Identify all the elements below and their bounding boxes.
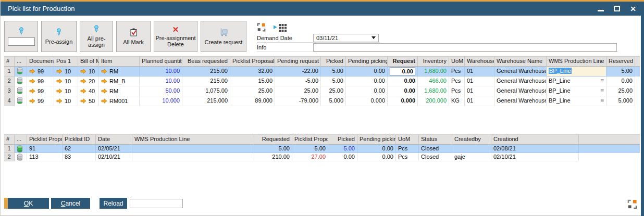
cell-proposal[interactable]: 15.00	[230, 77, 275, 86]
cell-icon[interactable]	[15, 67, 27, 77]
cell-planned[interactable]: 10.000	[140, 96, 182, 106]
cell-requested[interactable]: 210.00	[254, 153, 292, 161]
col-header-requested[interactable]: Requested	[254, 134, 292, 145]
cell-picked[interactable]: 5.00	[328, 145, 357, 153]
cell-reserved[interactable]: 0.00	[606, 77, 635, 86]
cell-beas[interactable]: 215.00	[182, 77, 230, 86]
cell-uom[interactable]: Pcs	[396, 153, 419, 161]
cell-wms[interactable]	[132, 145, 254, 153]
link-arrow-icon[interactable]	[80, 69, 86, 74]
cell-bill[interactable]: 50	[78, 96, 99, 106]
link-arrow-icon[interactable]	[101, 98, 107, 104]
col-header-wms[interactable]: WMS Production Line	[132, 134, 254, 145]
cell-proposal[interactable]: 27.00	[292, 153, 328, 161]
demand-date-select[interactable]: 03/11/21	[313, 34, 379, 42]
link-arrow-icon[interactable]	[29, 79, 35, 84]
cell-bill[interactable]: 40	[78, 86, 99, 96]
cell-wms[interactable]: BP_Line	[547, 67, 606, 77]
pin-quantity-input[interactable]	[8, 37, 35, 46]
cell-proposal-no[interactable]: 91	[27, 145, 63, 153]
col-header-status[interactable]: Status	[419, 134, 452, 145]
cell-wms[interactable]: BP_Line≡	[547, 96, 606, 106]
preassign-button[interactable]: Pre-assign	[41, 21, 77, 52]
cell-pending-request[interactable]: -79.000	[275, 96, 321, 106]
row-number[interactable]: 1	[4, 145, 15, 153]
minimize-button[interactable]	[597, 5, 604, 12]
cell-document[interactable]: 99	[27, 67, 54, 77]
all-mark-button[interactable]: All Mark	[116, 21, 151, 52]
cell-pos[interactable]: 10	[54, 96, 78, 106]
cell-warehouse-name[interactable]: General Warehouse	[494, 67, 547, 77]
cell-request[interactable]: 0.000	[388, 96, 418, 106]
cell-proposal-no[interactable]: 113	[27, 153, 63, 161]
cell-beas[interactable]: 215.000	[182, 96, 230, 106]
link-arrow-icon[interactable]	[80, 88, 86, 94]
col-header-planned[interactable]: Planned quantity	[140, 56, 182, 67]
cell-date[interactable]: 02/10/21	[96, 153, 132, 161]
row-number[interactable]: 2	[4, 153, 15, 161]
cell-inventory[interactable]: 1,680.00	[418, 67, 449, 77]
cell-uom[interactable]: Pcs	[449, 86, 465, 96]
col-header-pending-picking[interactable]: Pending picking	[346, 56, 388, 67]
cell-item[interactable]: RM	[99, 67, 140, 77]
col-header-picked[interactable]: Picked	[328, 134, 357, 145]
col-header-date[interactable]: Date	[96, 134, 132, 145]
cell-uom[interactable]: Pcs	[396, 145, 419, 153]
col-header-icon[interactable]: ...	[15, 56, 27, 67]
link-arrow-icon[interactable]	[101, 69, 107, 74]
col-header-item[interactable]: Item	[99, 56, 140, 67]
cell-picked[interactable]: 5.00	[321, 67, 346, 77]
cell-createdby[interactable]: gaje	[452, 153, 491, 161]
cell-uom[interactable]: Pcs	[449, 67, 465, 77]
cell-requested[interactable]: 5.00	[254, 145, 292, 153]
col-header-reserved[interactable]: Reserved	[606, 56, 635, 67]
cell-document[interactable]: 99	[27, 86, 54, 96]
cell-reserved[interactable]: 25.00	[606, 86, 635, 96]
link-arrow-icon[interactable]	[29, 88, 35, 94]
cell-creation[interactable]: 02/10/21	[491, 153, 579, 161]
row-number[interactable]: 3	[4, 86, 15, 96]
cell-reserved[interactable]: 5.000	[606, 96, 635, 106]
col-header-beas[interactable]: Beas requested	[182, 56, 230, 67]
cell-uom[interactable]: Pcs	[449, 77, 465, 86]
cell-inventory[interactable]: 466.00	[418, 77, 449, 86]
cell-wms[interactable]	[132, 153, 254, 161]
preassignment-delete-button[interactable]: ✕ Pre-assignment Delete	[154, 21, 197, 52]
link-arrow-icon[interactable]	[56, 69, 63, 74]
link-arrow-icon[interactable]	[80, 98, 86, 104]
cell-wms[interactable]: BP_Line≡	[547, 77, 606, 86]
info-input[interactable]	[313, 43, 617, 52]
col-header-createdby[interactable]: Createdby	[452, 134, 491, 145]
col-header-creation[interactable]: Creationd	[491, 134, 579, 145]
pin-quantity-button[interactable]	[4, 21, 38, 52]
col-header-icon[interactable]: ...	[15, 134, 27, 145]
cell-icon[interactable]	[15, 145, 27, 153]
maximize-button[interactable]	[613, 5, 621, 12]
link-arrow-icon[interactable]	[56, 88, 63, 94]
cell-pending-request[interactable]: -5.00	[275, 77, 321, 86]
col-header-wms[interactable]: WMS Production Line	[547, 56, 606, 67]
col-header-warehouse-name[interactable]: Warehouse Name	[494, 56, 547, 67]
cell-item[interactable]: RM_B	[99, 77, 140, 86]
wms-menu-icon[interactable]: ≡	[600, 77, 604, 85]
resize-toggle-icon[interactable]	[257, 23, 266, 34]
col-header-request[interactable]: Request	[388, 56, 418, 67]
transfer-to-grid-icon[interactable]	[270, 23, 287, 34]
link-arrow-icon[interactable]	[56, 98, 63, 104]
cell-picked[interactable]: 25.00	[321, 86, 346, 96]
footer-input[interactable]	[130, 199, 183, 208]
row-number[interactable]: 2	[4, 77, 15, 86]
col-header-proposal[interactable]: Picklist Proposal	[230, 56, 275, 67]
cell-proposal[interactable]: 89.000	[230, 96, 275, 106]
cell-inventory[interactable]: 1,680.00	[418, 86, 449, 96]
reload-button[interactable]: Reload	[100, 198, 127, 209]
col-header-pos[interactable]: Pos 1	[54, 56, 78, 67]
cell-createdby[interactable]	[452, 145, 491, 153]
cell-bill[interactable]: 20	[78, 77, 99, 86]
cell-warehouse[interactable]: 01	[465, 86, 494, 96]
cell-picked[interactable]: 5.000	[321, 96, 346, 106]
cell-picked[interactable]: 5.00	[321, 77, 346, 86]
resize-grip-icon[interactable]	[627, 199, 637, 211]
cell-warehouse[interactable]: 01	[465, 67, 494, 77]
col-header-pending-picking[interactable]: Pending picking	[357, 134, 396, 145]
